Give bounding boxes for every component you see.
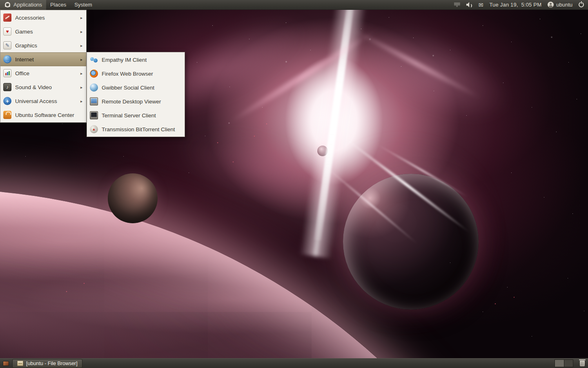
submenu-arrow-icon: ▸ bbox=[80, 71, 84, 76]
show-desktop-icon bbox=[3, 361, 9, 366]
menu-item-gwibber[interactable]: Gwibber Social Client bbox=[87, 81, 185, 94]
menu-item-label: Games bbox=[15, 29, 33, 35]
menu-item-label: Remote Desktop Viewer bbox=[102, 99, 161, 105]
workspace-2[interactable] bbox=[564, 360, 573, 367]
menu-item-transmission[interactable]: ▲ Transmission BitTorrent Client bbox=[87, 122, 185, 136]
sound-video-icon: ♪ bbox=[3, 83, 11, 91]
menu-item-office[interactable]: Office ▸ bbox=[0, 66, 86, 80]
menu-item-internet[interactable]: Internet ▸ bbox=[0, 52, 86, 66]
ubuntu-logo-icon bbox=[4, 1, 11, 8]
menu-item-label: Terminal Server Client bbox=[102, 112, 156, 119]
transmission-icon: ▲ bbox=[90, 125, 98, 133]
accessories-icon bbox=[3, 13, 11, 22]
clock[interactable]: Tue Jan 19, 5:05 PM bbox=[489, 2, 541, 8]
menu-item-label: Firefox Web Browser bbox=[102, 71, 153, 77]
menu-item-label: Sound & Video bbox=[15, 84, 52, 90]
menu-item-sound-video[interactable]: ♪ Sound & Video ▸ bbox=[0, 80, 86, 94]
taskbar-window-button[interactable]: [ubuntu - File Browser] bbox=[12, 359, 82, 368]
system-menu-button[interactable]: System bbox=[70, 0, 96, 10]
empathy-icon bbox=[90, 56, 98, 64]
menu-item-label: Ubuntu Software Center bbox=[15, 112, 74, 118]
firefox-icon bbox=[90, 70, 98, 78]
software-center-icon bbox=[3, 111, 11, 119]
menu-item-empathy[interactable]: Empathy IM Client bbox=[87, 53, 185, 67]
submenu-arrow-icon: ▸ bbox=[80, 99, 84, 103]
internet-icon bbox=[3, 55, 11, 63]
menu-item-label: Universal Access bbox=[15, 98, 57, 104]
user-menu[interactable]: ubuntu bbox=[548, 2, 572, 8]
places-menu-button[interactable]: Places bbox=[46, 0, 70, 10]
desktop: Applications Places System ✉ Tue Jan 19,… bbox=[0, 0, 588, 368]
system-tray: ✉ Tue Jan 19, 5:05 PM ubuntu bbox=[454, 2, 588, 8]
menu-item-label: Office bbox=[15, 70, 29, 76]
games-icon: ♥ bbox=[3, 27, 11, 36]
applications-menu-button[interactable]: Applications bbox=[0, 0, 46, 10]
menu-item-software-center[interactable]: Ubuntu Software Center bbox=[0, 108, 86, 122]
network-icon[interactable] bbox=[454, 2, 460, 7]
universal-access-icon: + bbox=[3, 97, 11, 105]
menu-item-label: Graphics bbox=[15, 43, 37, 49]
workspace-switcher[interactable] bbox=[555, 359, 573, 367]
menu-item-graphics[interactable]: ✎ Graphics ▸ bbox=[0, 38, 86, 52]
submenu-arrow-icon: ▸ bbox=[80, 29, 84, 34]
menu-item-label: Internet bbox=[15, 56, 34, 63]
applications-menu-label: Applications bbox=[13, 2, 42, 8]
mail-icon[interactable]: ✉ bbox=[479, 2, 483, 8]
submenu-arrow-icon: ▸ bbox=[80, 43, 84, 48]
applications-menu: Accessories ▸ ♥ Games ▸ ✎ Graphics ▸ Int… bbox=[0, 10, 87, 123]
system-menu-label: System bbox=[74, 2, 92, 8]
volume-icon[interactable] bbox=[466, 2, 472, 7]
show-desktop-button[interactable] bbox=[1, 359, 10, 368]
office-icon bbox=[3, 69, 11, 77]
submenu-arrow-icon: ▸ bbox=[80, 85, 84, 90]
power-icon[interactable] bbox=[579, 2, 584, 7]
user-icon bbox=[548, 2, 554, 8]
internet-submenu: Empathy IM Client Firefox Web Browser Gw… bbox=[87, 52, 185, 137]
bottom-tray bbox=[555, 359, 588, 367]
menu-item-label: Accessories bbox=[15, 15, 45, 21]
dark-planet bbox=[343, 174, 479, 310]
menu-item-label: Empathy IM Client bbox=[102, 57, 147, 63]
remote-desktop-icon bbox=[90, 97, 98, 105]
submenu-arrow-icon: ▸ bbox=[80, 16, 84, 20]
menu-item-label: Gwibber Social Client bbox=[102, 85, 154, 91]
places-menu-label: Places bbox=[50, 2, 66, 8]
top-panel: Applications Places System ✉ Tue Jan 19,… bbox=[0, 0, 588, 10]
gwibber-icon bbox=[90, 83, 98, 92]
menu-item-firefox[interactable]: Firefox Web Browser bbox=[87, 67, 185, 81]
menu-item-label: Transmission BitTorrent Client bbox=[102, 126, 175, 132]
menu-item-terminal-server[interactable]: Terminal Server Client bbox=[87, 108, 185, 122]
menu-item-universal-access[interactable]: + Universal Access ▸ bbox=[0, 94, 86, 108]
menu-item-games[interactable]: ♥ Games ▸ bbox=[0, 25, 86, 38]
menu-item-accessories[interactable]: Accessories ▸ bbox=[0, 11, 86, 25]
username-label: ubuntu bbox=[556, 2, 572, 8]
menu-item-remote-desktop[interactable]: Remote Desktop Viewer bbox=[87, 94, 185, 108]
workspace-1[interactable] bbox=[555, 360, 564, 367]
bottom-panel: [ubuntu - File Browser] bbox=[0, 358, 588, 368]
taskbar-window-title: [ubuntu - File Browser] bbox=[26, 361, 78, 366]
small-moon bbox=[108, 173, 158, 223]
submenu-arrow-icon: ▸ bbox=[80, 57, 84, 62]
file-browser-icon bbox=[17, 361, 23, 366]
trash-icon[interactable] bbox=[580, 361, 585, 366]
terminal-server-icon bbox=[90, 111, 98, 119]
graphics-icon: ✎ bbox=[3, 41, 11, 49]
